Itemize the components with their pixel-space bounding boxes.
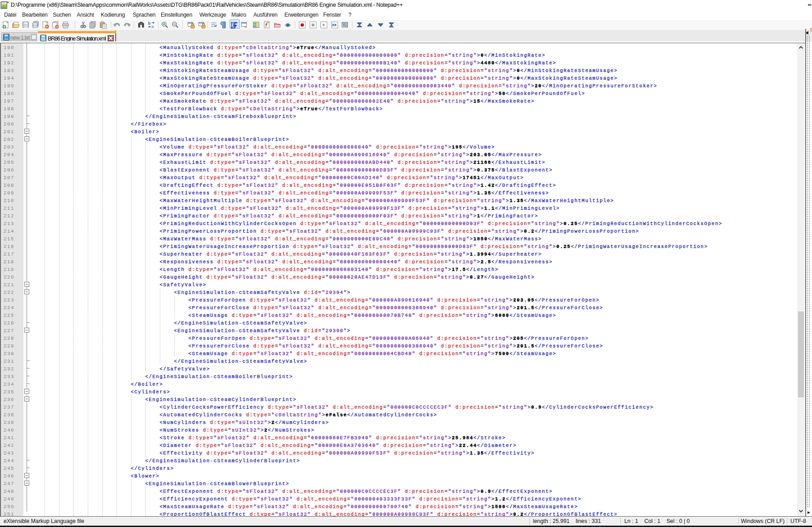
svg-text:b: b — [148, 21, 151, 26]
svg-text:a: a — [152, 24, 154, 29]
